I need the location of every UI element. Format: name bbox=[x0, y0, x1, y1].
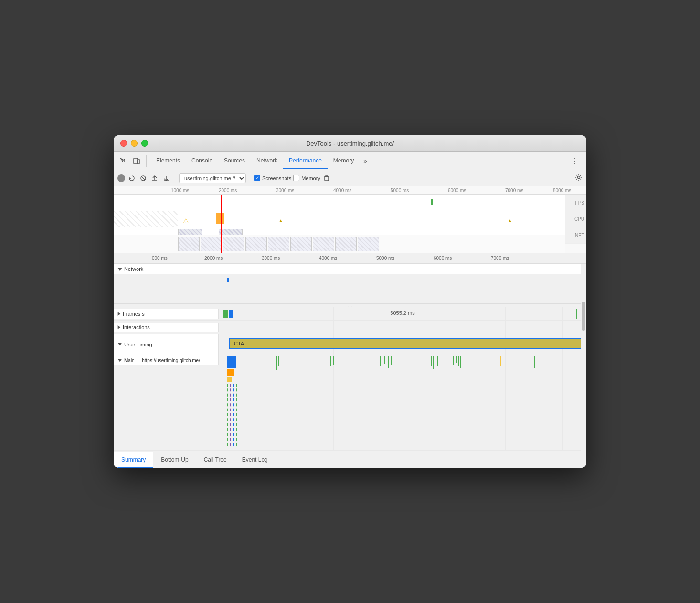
tab-network[interactable]: Network bbox=[251, 153, 283, 169]
frames-green-marker bbox=[576, 309, 577, 319]
reload-button[interactable] bbox=[127, 173, 137, 183]
timeline-overview[interactable]: 1000 ms 2000 ms 3000 ms 4000 ms 5000 ms … bbox=[114, 186, 586, 253]
settings-button[interactable] bbox=[575, 173, 583, 183]
recording-select[interactable]: usertiming.glitch.me #1 bbox=[179, 173, 246, 183]
ruler-tick-7000: 7000 ms bbox=[505, 188, 523, 193]
tracks-area: Network ... Frames s bbox=[114, 264, 586, 451]
scrollbar-thumb[interactable] bbox=[582, 302, 585, 331]
int-grid-2 bbox=[333, 321, 334, 334]
separator-2 bbox=[250, 173, 250, 183]
green-bar-9 bbox=[380, 356, 381, 366]
tab-list: Elements Console Sources Network Perform… bbox=[150, 153, 567, 169]
ruler-tick-6000: 6000 ms bbox=[448, 188, 466, 193]
tab-sources[interactable]: Sources bbox=[218, 153, 251, 169]
network-section-header[interactable]: Network bbox=[114, 264, 586, 274]
overview-ruler: 1000 ms 2000 ms 3000 ms 4000 ms 5000 ms … bbox=[114, 186, 586, 195]
svg-point-5 bbox=[578, 176, 580, 179]
tab-event-log[interactable]: Event Log bbox=[234, 452, 276, 468]
user-timing-label: User Timing bbox=[124, 342, 152, 347]
network-triangle bbox=[117, 268, 122, 271]
green-bar-25 bbox=[460, 356, 461, 368]
green-bar-16 bbox=[431, 356, 432, 366]
devtools-icon-group bbox=[117, 155, 147, 167]
devtools-menu-button[interactable]: ⋮ bbox=[567, 154, 583, 167]
screenshots-checkbox[interactable]: ✓ bbox=[254, 175, 260, 181]
frames-ms: 5055.2 ms bbox=[390, 310, 414, 316]
green-bar-22 bbox=[455, 356, 455, 366]
int-grid-4 bbox=[448, 321, 448, 334]
green-bar-13 bbox=[388, 356, 389, 368]
dashed-green-1 bbox=[227, 384, 228, 446]
ruler2-2000: 2000 ms bbox=[204, 256, 223, 261]
close-button[interactable] bbox=[120, 140, 127, 147]
fps-labels: FPS CPU NET bbox=[565, 195, 586, 244]
memory-checkbox[interactable] bbox=[293, 175, 299, 181]
upload-button[interactable] bbox=[150, 173, 159, 183]
green-bar-3 bbox=[329, 356, 329, 364]
green-bar-5 bbox=[332, 356, 332, 363]
tab-performance[interactable]: Performance bbox=[283, 153, 328, 169]
grid-6 bbox=[562, 307, 563, 321]
green-bar-15 bbox=[391, 356, 392, 365]
green-bar-8 bbox=[379, 356, 379, 369]
memory-checkbox-group[interactable]: Memory bbox=[293, 175, 320, 181]
cta-bar[interactable]: CTA bbox=[229, 338, 584, 349]
tab-call-tree[interactable]: Call Tree bbox=[196, 452, 234, 468]
tab-elements[interactable]: Elements bbox=[150, 153, 186, 169]
network-label: Network bbox=[124, 266, 143, 272]
trash-button[interactable] bbox=[323, 175, 330, 182]
ss8 bbox=[335, 237, 357, 251]
tab-summary[interactable]: Summary bbox=[114, 452, 153, 468]
green-bar-17 bbox=[433, 356, 434, 369]
frames-track-row: Frames s 5055.2 ms bbox=[114, 307, 586, 321]
tab-memory[interactable]: Memory bbox=[328, 153, 360, 169]
green-bar-19 bbox=[437, 356, 438, 366]
minimize-button[interactable] bbox=[131, 140, 138, 147]
green-bar-4 bbox=[330, 356, 331, 366]
green-bar-2 bbox=[278, 356, 279, 366]
timeline-ruler: 000 ms 2000 ms 3000 ms 4000 ms 5000 ms 6… bbox=[114, 253, 586, 264]
download-button[interactable] bbox=[161, 173, 171, 183]
maximize-button[interactable] bbox=[141, 140, 148, 147]
ss3 bbox=[223, 237, 244, 251]
grid-4 bbox=[448, 307, 448, 321]
warning-triangle-3: ▲ bbox=[508, 218, 512, 223]
green-bar-20 bbox=[439, 356, 439, 367]
clear-button[interactable] bbox=[138, 173, 148, 183]
ss4 bbox=[245, 237, 267, 251]
green-bar-27 bbox=[534, 356, 535, 368]
record-button[interactable] bbox=[117, 174, 125, 182]
bottom-tabs: Summary Bottom-Up Call Tree Event Log bbox=[114, 451, 586, 468]
window-title: DevTools - usertiming.glitch.me/ bbox=[306, 140, 394, 147]
green-bar-7 bbox=[335, 356, 335, 362]
green-bar-18 bbox=[435, 356, 435, 364]
frames-label: Frames s bbox=[123, 311, 145, 317]
device-icon[interactable] bbox=[131, 155, 142, 167]
tab-bottom-up[interactable]: Bottom-Up bbox=[153, 452, 196, 468]
grid-2 bbox=[333, 307, 334, 321]
inspector-icon[interactable] bbox=[117, 155, 129, 167]
network-section-content bbox=[114, 274, 586, 303]
more-tabs-button[interactable]: » bbox=[360, 155, 371, 167]
green-bar-12 bbox=[386, 356, 386, 366]
ruler-tick-3000: 3000 ms bbox=[276, 188, 294, 193]
ruler2-7000: 7000 ms bbox=[491, 256, 509, 261]
vertical-scrollbar[interactable] bbox=[581, 264, 586, 451]
main-orange-block bbox=[227, 369, 234, 376]
ruler2-4000: 4000 ms bbox=[319, 256, 337, 261]
ss6 bbox=[290, 237, 312, 251]
controls-bar: usertiming.glitch.me #1 ✓ Screenshots Me… bbox=[114, 170, 586, 186]
main-track-content bbox=[219, 355, 586, 451]
int-grid-1 bbox=[276, 321, 276, 334]
green-bar-24 bbox=[458, 356, 459, 366]
net-label: NET bbox=[565, 227, 586, 244]
devtools-window: DevTools - usertiming.glitch.me/ Element… bbox=[114, 135, 586, 468]
tab-console[interactable]: Console bbox=[186, 153, 218, 169]
grid-5 bbox=[505, 307, 506, 321]
user-timing-triangle bbox=[118, 343, 122, 346]
dashed-blue-1 bbox=[233, 384, 234, 446]
ss9 bbox=[358, 237, 379, 251]
main-yellow-block bbox=[227, 377, 232, 382]
warning-triangle-1: ⚠ bbox=[183, 217, 189, 225]
screenshots-checkbox-group[interactable]: ✓ Screenshots bbox=[254, 175, 291, 181]
